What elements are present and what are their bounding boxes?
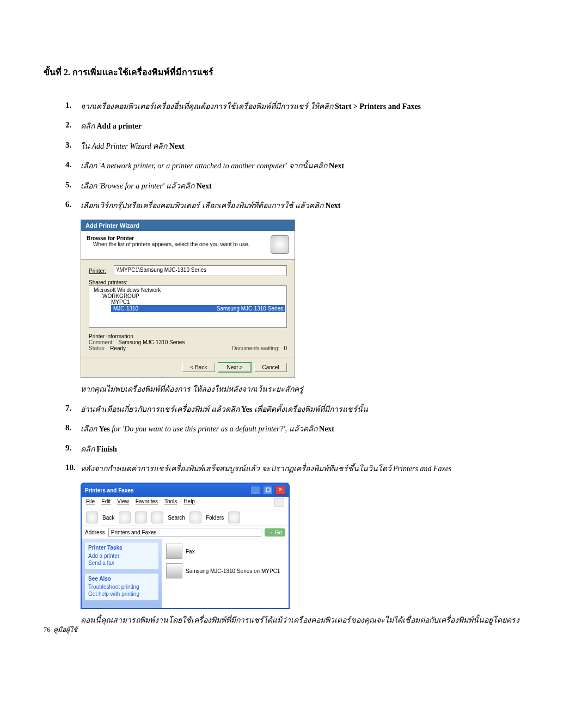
printer-tasks-heading: Printer Tasks [88,545,155,551]
menu-favorites[interactable]: Favorites [136,498,158,507]
step-bold: Next [319,425,334,433]
step-8: 8. เลือก Yes for 'Do you want to use thi… [65,423,544,435]
docs-waiting-label: Documents waiting: [232,345,279,351]
menu-edit[interactable]: Edit [101,498,111,507]
tree-item-selected[interactable]: MJC-1310 Samsung MJC-1310 Series [111,305,285,312]
back-icon[interactable] [86,511,98,523]
list-item[interactable]: Fax [166,544,284,559]
printer-input[interactable]: \\MYPC1\Samsung MJC-1310 Series [114,265,287,276]
folders-label[interactable]: Folders [206,515,224,521]
browse-heading: Browse for Printer [87,235,249,241]
tree-item[interactable]: Microsoft Windows Network [94,287,285,293]
search-icon[interactable] [151,511,163,523]
step-number: 6. [65,200,81,209]
step-3: 3. ใน Add Printer Wizard คลิก Next [65,141,544,153]
browse-subtext: When the list of printers appears, selec… [93,241,249,247]
shared-printers-label: Shared printers: [89,279,287,285]
see-also-heading: See Also [88,576,155,582]
step-bold: Add a printer [97,122,142,130]
go-button[interactable]: → Go [265,528,285,537]
step-5: 5. เลือก 'Browse for a printer' แล้วคลิก… [65,180,544,192]
toolbar: Back Search Folders [82,509,289,526]
troubleshoot-printing-link[interactable]: Troubleshoot printing [88,584,155,590]
step-text: คลิก [81,445,97,453]
list-item[interactable]: Samsung MJC-1310 Series on MYPC1 [166,563,284,578]
step-text: จากเครื่องคอมพิวเตอร์เครื่องอื่นที่คุณต้… [81,102,335,111]
closing-text: ตอนนี้คุณสามารถพิมพ์งานโดยใช้เครื่องพิมพ… [81,614,544,626]
send-a-fax-link[interactable]: Send a fax [88,560,155,566]
step-1: 1. จากเครื่องคอมพิวเตอร์เครื่องอื่นที่คุ… [65,101,544,113]
close-button[interactable]: × [275,486,285,495]
comment-label: Comment: [89,339,114,345]
step-number: 2. [65,120,81,130]
minimize-button[interactable]: _ [250,486,260,495]
step-text: เลือกเวิร์กกรุ๊ปหรือเครื่องคอมพิวเตอร์ เ… [81,202,326,210]
step-text: หลังจากกำหนดค่าการแชร์เครื่องพิมพ์เสร็จส… [81,465,451,473]
step-text: เลือก [81,425,99,433]
fax-icon [166,544,182,559]
shared-printers-tree[interactable]: Microsoft Windows Network WORKGROUP MYPC… [89,285,287,328]
search-label[interactable]: Search [168,515,185,521]
windows-logo-icon [274,498,284,507]
add-printer-wizard-dialog: Add Printer Wizard Browse for Printer Wh… [81,220,295,378]
step-bold: Next [169,142,185,150]
folders-icon[interactable] [189,511,201,523]
cancel-button[interactable]: Cancel [254,363,287,372]
tree-item[interactable]: MYPC1 [111,299,285,305]
step-number: 4. [65,160,81,169]
step-bold: Yes [99,425,110,433]
back-button[interactable]: < Back [182,363,215,372]
printer-info-heading: Printer information [89,333,287,339]
section-heading: ขั้นที่ 2. การเพิ่มและใช้เครื่องพิมพ์ที่… [44,65,544,79]
step-text: เลือก 'Browse for a printer' แล้วคลิก [81,182,197,190]
menu-tools[interactable]: Tools [164,498,177,507]
tree-sel-desc: Samsung MJC-1310 Series [217,306,283,312]
address-label: Address [85,529,105,535]
tree-item[interactable]: WORKGROUP [102,293,285,299]
step-4: 4. เลือก 'A network printer, or a printe… [65,160,544,172]
comment-value: Samsung MJC-1310 Series [118,339,185,345]
docs-waiting-value: 0 [284,345,287,351]
step-bold: Next [197,182,212,190]
views-icon[interactable] [228,511,240,523]
footer-label: คู่มือผู้ใช้ [53,626,77,633]
step-number: 7. [65,404,81,413]
back-label[interactable]: Back [102,515,114,521]
maximize-button[interactable]: ▢ [263,486,273,495]
item-label: Fax [186,549,195,554]
address-input[interactable]: Printers and Faxes [108,528,261,537]
step-6-note: หากคุณไม่พบเครื่องพิมพ์ที่ต้องการ ให้ลอง… [81,383,544,395]
page-number: 76 [44,626,50,633]
next-button[interactable]: Next > [218,363,251,372]
add-a-printer-link[interactable]: Add a printer [88,553,155,559]
window-title: Printers and Faxes [85,487,133,493]
step-number: 9. [65,443,81,453]
menu-file[interactable]: File [86,498,95,507]
step-number: 3. [65,141,81,150]
step-number: 5. [65,180,81,190]
item-label: Samsung MJC-1310 Series on MYPC1 [186,568,280,574]
shared-printer-icon [166,563,182,578]
items-pane[interactable]: Fax Samsung MJC-1310 Series on MYPC1 [162,539,289,608]
forward-icon[interactable] [119,511,131,523]
step-text: เลือก 'A network printer, or a printer a… [81,162,329,170]
step-number: 10. [65,463,81,472]
menu-view[interactable]: View [117,498,129,507]
menu-help[interactable]: Help [183,498,195,507]
menu-bar[interactable]: File Edit View Favorites Tools Help [82,497,289,509]
up-icon[interactable] [135,511,147,523]
page-footer: 76 คู่มือผู้ใช้ [44,624,77,635]
step-number: 1. [65,101,81,110]
step-bold: Yes [241,405,252,413]
step-text: ใน Add Printer Wizard คลิก [81,142,169,150]
step-9: 9. คลิก Finish [65,443,544,455]
get-help-printing-link[interactable]: Get help with printing [88,591,155,597]
step-10: 10. หลังจากกำหนดค่าการแชร์เครื่องพิมพ์เส… [65,463,544,475]
step-7: 7. อ่านคำเตือนเกี่ยวกับการแชร์เครื่องพิม… [65,404,544,416]
tree-sel-name: MJC-1310 [113,306,138,312]
step-bold: Finish [97,445,117,453]
dialog-title: Add Printer Wizard [81,220,295,231]
step-text: เพื่อติดตั้งเครื่องพิมพ์ที่มีการแชร์นั้น [254,405,368,413]
status-value: Ready [110,345,126,351]
tasks-pane: Printer Tasks Add a printer Send a fax S… [82,539,162,608]
